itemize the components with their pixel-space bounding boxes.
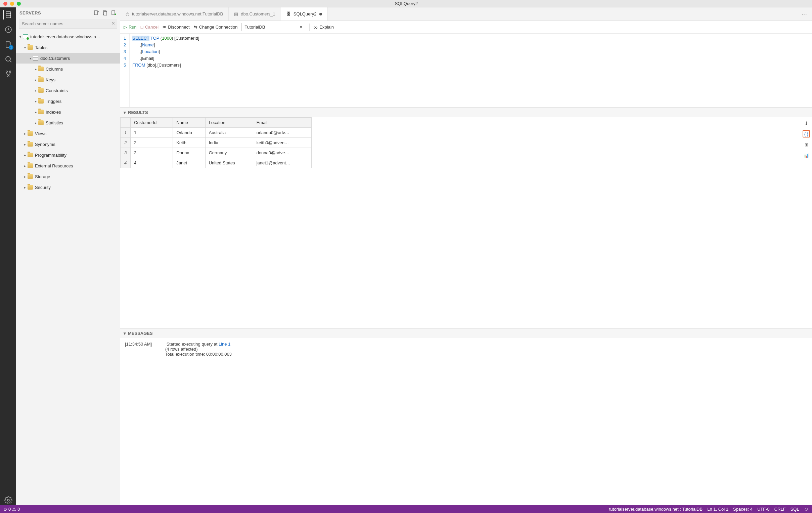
tables-label: Tables bbox=[35, 45, 48, 50]
status-spaces[interactable]: Spaces: 4 bbox=[733, 507, 753, 512]
save-csv-icon[interactable]: ⤓ bbox=[803, 119, 810, 127]
cell-location[interactable]: Australia bbox=[205, 128, 253, 138]
explorer-activity-icon[interactable]: 1 bbox=[3, 40, 13, 49]
tables-node[interactable]: ▾ Tables bbox=[16, 42, 120, 53]
disconnect-button[interactable]: ⚮Disconnect bbox=[163, 25, 190, 30]
statistics-node[interactable]: ▸Statistics bbox=[16, 117, 120, 128]
cancel-button[interactable]: □Cancel bbox=[141, 25, 158, 30]
columns-node[interactable]: ▸Columns bbox=[16, 63, 120, 74]
status-encoding[interactable]: UTF-8 bbox=[757, 507, 770, 512]
row-number: 3 bbox=[121, 148, 130, 158]
customers-label: dbo.Customers bbox=[40, 56, 70, 61]
divider bbox=[309, 24, 310, 31]
triggers-node[interactable]: ▸Triggers bbox=[16, 96, 120, 107]
constraints-node[interactable]: ▸Constraints bbox=[16, 85, 120, 96]
cell-name[interactable]: Orlando bbox=[173, 128, 205, 138]
zoom-window-button[interactable] bbox=[17, 2, 21, 6]
views-node[interactable]: ▸Views bbox=[16, 128, 120, 139]
code-editor[interactable]: 1 2 3 4 5 SELECT TOP (1000) [CustomerId]… bbox=[120, 34, 812, 108]
feedback-icon[interactable]: ☺ bbox=[804, 506, 809, 512]
cell-name[interactable]: Keith bbox=[173, 138, 205, 148]
play-icon: ▷ bbox=[123, 25, 127, 30]
status-problems[interactable]: ⊘0 ⚠0 bbox=[3, 507, 20, 512]
folder-icon bbox=[38, 88, 44, 93]
col-email[interactable]: Email bbox=[253, 118, 311, 128]
messages-header[interactable]: ▾ MESSAGES bbox=[120, 328, 812, 338]
status-eol[interactable]: CRLF bbox=[774, 507, 786, 512]
cell-email[interactable]: keith0@adven… bbox=[253, 138, 311, 148]
cell-name[interactable]: Donna bbox=[173, 148, 205, 158]
cell-customerid[interactable]: 1 bbox=[130, 128, 173, 138]
external-resources-node[interactable]: ▸External Resources bbox=[16, 160, 120, 171]
table-row[interactable]: 22KeithIndiakeith0@adven… bbox=[121, 138, 312, 148]
clear-search-icon[interactable]: ✕ bbox=[112, 21, 115, 26]
tab-customers-designer[interactable]: ▤ dbo.Customers_1 bbox=[229, 7, 281, 21]
new-connection-icon[interactable] bbox=[94, 10, 99, 16]
table-tab-icon: ▤ bbox=[234, 11, 238, 17]
customers-table-node[interactable]: ▾ dbo.Customers bbox=[16, 53, 120, 63]
database-selector[interactable]: TutorialDB ▾ bbox=[241, 23, 305, 31]
synonyms-node[interactable]: ▸Synonyms bbox=[16, 139, 120, 150]
folder-icon bbox=[38, 110, 44, 114]
storage-node[interactable]: ▸Storage bbox=[16, 171, 120, 182]
col-name[interactable]: Name bbox=[173, 118, 205, 128]
code-text[interactable]: SELECT TOP (1000) [CustomerId] ,[Name] ,… bbox=[129, 34, 202, 107]
activity-bar: 1 bbox=[0, 7, 16, 505]
search-activity-icon[interactable] bbox=[3, 54, 13, 64]
explain-icon: ᔓ bbox=[314, 25, 318, 30]
new-query-icon[interactable] bbox=[111, 10, 117, 16]
window-title: SQLQuery2 bbox=[21, 1, 792, 6]
cell-customerid[interactable]: 3 bbox=[130, 148, 173, 158]
save-excel-icon[interactable]: ⊞ bbox=[803, 141, 810, 148]
svg-rect-13 bbox=[112, 11, 115, 15]
status-connection[interactable]: tutorialserver.database.windows.net : Tu… bbox=[609, 507, 702, 512]
table-row[interactable]: 33DonnaGermanydonna0@adve… bbox=[121, 148, 312, 158]
tab-sqlquery2[interactable]: 🗄 SQLQuery2 bbox=[281, 7, 328, 21]
programmability-node[interactable]: ▸Programmability bbox=[16, 150, 120, 160]
cell-email[interactable]: janet1@advent… bbox=[253, 158, 311, 168]
chevron-down-icon: ▾ bbox=[300, 25, 302, 30]
results-header[interactable]: ▾ RESULTS bbox=[120, 108, 812, 117]
results-grid[interactable]: CustomerId Name Location Email 11Orlando… bbox=[120, 117, 312, 168]
window-controls bbox=[0, 2, 21, 6]
chart-icon[interactable]: 📊 bbox=[803, 152, 810, 159]
server-node[interactable]: ▾ tutorialserver.database.windows.n… bbox=[16, 31, 120, 42]
explain-button[interactable]: ᔓExplain bbox=[314, 25, 334, 30]
sidebar-title: SERVERS bbox=[20, 10, 94, 16]
servers-activity-icon[interactable] bbox=[3, 10, 13, 20]
cell-email[interactable]: donna0@adve… bbox=[253, 148, 311, 158]
table-row[interactable]: 11OrlandoAustraliaorlando0@adv… bbox=[121, 128, 312, 138]
explorer-badge: 1 bbox=[9, 45, 13, 50]
settings-gear-icon[interactable] bbox=[3, 495, 13, 505]
cell-location[interactable]: United States bbox=[205, 158, 253, 168]
table-row[interactable]: 44JanetUnited Statesjanet1@advent… bbox=[121, 158, 312, 168]
history-activity-icon[interactable] bbox=[3, 25, 13, 34]
cell-location[interactable]: India bbox=[205, 138, 253, 148]
source-control-activity-icon[interactable] bbox=[3, 69, 13, 79]
new-group-icon[interactable] bbox=[103, 10, 108, 16]
cell-customerid[interactable]: 4 bbox=[130, 158, 173, 168]
indexes-node[interactable]: ▸Indexes bbox=[16, 107, 120, 117]
minimize-window-button[interactable] bbox=[10, 2, 14, 6]
server-search-input[interactable] bbox=[19, 19, 117, 29]
run-button[interactable]: ▷Run bbox=[123, 25, 137, 30]
tab-overflow-button[interactable]: ··· bbox=[797, 11, 812, 17]
tab-connection-dashboard[interactable]: ◎ tutorialserver.database.windows.net:Tu… bbox=[120, 7, 229, 21]
cell-email[interactable]: orlando0@adv… bbox=[253, 128, 311, 138]
col-customerid[interactable]: CustomerId bbox=[130, 118, 173, 128]
keys-node[interactable]: ▸Keys bbox=[16, 74, 120, 85]
change-connection-button[interactable]: ⇆Change Connection bbox=[194, 25, 238, 30]
line-link[interactable]: Line 1 bbox=[219, 342, 230, 347]
warning-icon: ⚠ bbox=[12, 507, 16, 512]
change-connection-icon: ⇆ bbox=[194, 25, 198, 30]
close-window-button[interactable] bbox=[3, 2, 7, 6]
status-cursor[interactable]: Ln 1, Col 1 bbox=[707, 507, 728, 512]
status-language[interactable]: SQL bbox=[790, 507, 799, 512]
cell-name[interactable]: Janet bbox=[173, 158, 205, 168]
col-location[interactable]: Location bbox=[205, 118, 253, 128]
security-node[interactable]: ▸Security bbox=[16, 182, 120, 193]
svg-rect-10 bbox=[94, 11, 97, 15]
cell-location[interactable]: Germany bbox=[205, 148, 253, 158]
save-json-icon[interactable]: { } bbox=[803, 130, 810, 137]
cell-customerid[interactable]: 2 bbox=[130, 138, 173, 148]
